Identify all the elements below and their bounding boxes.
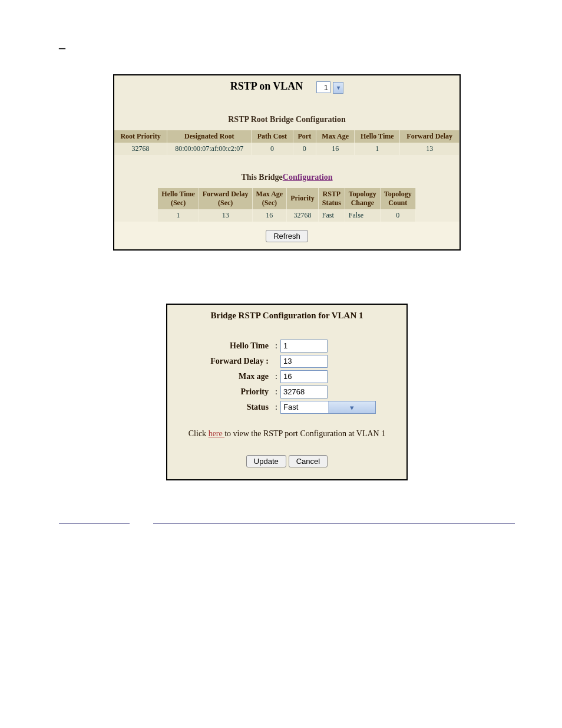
col-root-priority: Root Priority [114, 130, 167, 143]
cell: False [345, 209, 380, 222]
root-bridge-table: Root Priority Designated Root Path Cost … [114, 130, 459, 155]
separator: : [272, 403, 280, 412]
here-link[interactable]: here [209, 429, 225, 438]
col-hello-time: Hello Time [355, 130, 400, 143]
this-bridge-section-title: This BridgeConfiguration [114, 155, 459, 188]
col-priority: Priority [287, 188, 319, 209]
configuration-link[interactable]: Configuration [283, 173, 333, 182]
status-label: Status [178, 403, 272, 412]
cell: 16 [252, 209, 287, 222]
cancel-button[interactable]: Cancel [289, 455, 328, 467]
separator: : [272, 372, 280, 381]
cell: 32768 [287, 209, 319, 222]
status-select[interactable]: Fast ▾ [280, 401, 376, 414]
footer-rule-right [153, 516, 515, 524]
vlan-select-input[interactable] [316, 81, 330, 93]
separator: : [272, 341, 280, 351]
col-forward-delay: Forward Delay [400, 130, 459, 143]
cell: 13 [199, 209, 252, 222]
col-port: Port [293, 130, 316, 143]
col-topology-change: TopologyChange [345, 188, 380, 209]
cell: 0 [293, 143, 316, 155]
panel2-title: Bridge RSTP Configuration for VLAN 1 [178, 308, 396, 337]
cell: 1 [355, 143, 400, 155]
table-header-row: Root Priority Designated Root Path Cost … [114, 130, 459, 143]
cell: 0 [380, 209, 415, 222]
max-age-label: Max age [178, 372, 272, 381]
cell: 32768 [114, 143, 167, 155]
priority-input[interactable] [280, 386, 328, 398]
col-max-age: Max Age [316, 130, 355, 143]
col-hello-time-sec: Hello Time(Sec) [158, 188, 199, 209]
chevron-down-icon[interactable]: ▾ [328, 401, 375, 413]
cell: 80:00:00:07:af:00:c2:07 [167, 143, 252, 155]
this-bridge-prefix: This Bridge [241, 173, 282, 182]
footer-rule [59, 516, 515, 524]
col-path-cost: Path Cost [252, 130, 293, 143]
col-topology-count: TopologyCount [380, 188, 415, 209]
refresh-button[interactable]: Refresh [266, 230, 308, 242]
cell: 0 [252, 143, 293, 155]
hello-time-label: Hello Time [178, 341, 272, 351]
max-age-input[interactable] [280, 370, 328, 383]
footer-rule-left [59, 516, 130, 524]
table-row: 1 13 16 32768 Fast False 0 [158, 209, 415, 222]
cell: 13 [400, 143, 459, 155]
status-select-value: Fast [281, 401, 328, 413]
cell: 16 [316, 143, 355, 155]
col-rstp-status: RSTPStatus [318, 188, 345, 209]
table-header-row: Hello Time(Sec) Forward Delay(Sec) Max A… [158, 188, 415, 209]
update-button[interactable]: Update [246, 455, 286, 467]
this-bridge-table: Hello Time(Sec) Forward Delay(Sec) Max A… [158, 188, 415, 222]
hint-text: Click here to view the RSTP port Configu… [178, 416, 396, 442]
root-bridge-section-title: RSTP Root Bridge Configuration [114, 97, 459, 130]
priority-label: Priority [178, 387, 272, 397]
vlan-select-dropdown[interactable]: ▾ [333, 82, 343, 94]
cell: Fast [318, 209, 345, 222]
panel1-title-row: RSTP on VLAN ▾ [114, 75, 459, 97]
hello-time-input[interactable] [280, 340, 328, 353]
section-marker: _ [59, 35, 515, 51]
separator: : [272, 387, 280, 397]
forward-delay-input[interactable] [280, 355, 328, 368]
col-designated-root: Designated Root [167, 130, 252, 143]
table-row: 32768 80:00:00:07:af:00:c2:07 0 0 16 1 1… [114, 143, 459, 155]
col-forward-delay-sec: Forward Delay(Sec) [199, 188, 252, 209]
bridge-rstp-config-panel: Bridge RSTP Configuration for VLAN 1 Hel… [166, 304, 408, 480]
rstp-vlan-panel: RSTP on VLAN ▾ RSTP Root Bridge Configur… [113, 74, 461, 251]
col-max-age-sec: Max Age(Sec) [252, 188, 287, 209]
panel1-title: RSTP on VLAN [230, 80, 303, 92]
forward-delay-label: Forward Delay : [178, 357, 272, 366]
cell: 1 [158, 209, 199, 222]
